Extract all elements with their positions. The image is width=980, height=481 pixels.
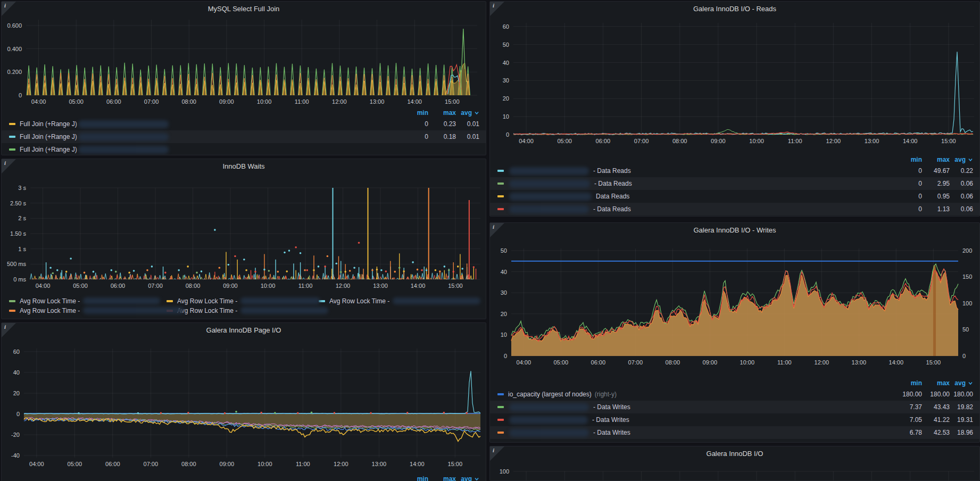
legend-value-avg: 0.01 — [456, 133, 479, 140]
legend-sort-max[interactable]: max — [922, 379, 950, 387]
legend-item: Avg Row Lock Time - — [319, 296, 486, 305]
legend-innodb-waits: Avg Row Lock Time -Avg Row Lock Time -Av… — [2, 296, 486, 315]
series-swatch[interactable] — [497, 432, 504, 434]
series-swatch[interactable] — [9, 123, 15, 125]
svg-text:07:00: 07:00 — [628, 359, 643, 366]
legend-item: Avg Row Lock Time - — [9, 296, 167, 305]
info-icon[interactable]: i — [2, 159, 16, 173]
chart-galera-innodb-io-reads[interactable]: 605040302010004:0005:0006:0007:0008:0009… — [490, 2, 979, 144]
legend-value-min: 0 — [894, 193, 922, 200]
series-swatch[interactable] — [9, 148, 15, 151]
info-icon[interactable]: i — [490, 223, 504, 237]
info-icon[interactable]: i — [490, 446, 504, 461]
info-icon[interactable]: i — [2, 323, 16, 337]
redacted-series-name — [509, 416, 588, 424]
series-swatch[interactable] — [497, 419, 504, 421]
panel-title[interactable]: Galera InnoDB I/O — [490, 446, 979, 461]
series-label[interactable]: Full Join (+Range J) — [20, 120, 77, 128]
svg-text:0: 0 — [16, 411, 20, 417]
legend-row: Data Reads00.950.06 — [490, 190, 979, 203]
legend-sort-avg[interactable]: avg — [456, 475, 479, 481]
series-swatch[interactable] — [497, 208, 504, 210]
legend-value-avg: 19.82 — [950, 403, 973, 411]
series-label[interactable]: - Data Writes — [593, 403, 630, 411]
legend-sort-avg[interactable]: avg — [950, 379, 973, 387]
legend-value-min: 0 — [401, 133, 428, 140]
series-swatch[interactable] — [497, 406, 504, 408]
legend-sort-avg[interactable]: avg — [456, 109, 479, 117]
info-icon-glyph: i — [4, 160, 6, 166]
series-label[interactable]: - Data Writes — [592, 416, 629, 424]
series-swatch[interactable] — [9, 136, 15, 138]
svg-text:2 s: 2 s — [18, 215, 26, 221]
series-label[interactable]: - Data Reads — [593, 205, 631, 213]
series-swatch[interactable] — [167, 300, 173, 302]
panel-title[interactable]: InnoDB Waits — [2, 159, 486, 174]
legend-sort-min[interactable]: min — [401, 109, 428, 117]
series-label[interactable]: Avg Row Lock Time - — [20, 297, 80, 305]
series-label[interactable]: Avg Row Lock Time - — [329, 297, 389, 305]
panel-title[interactable]: Galera InnoDB I/O - Writes — [490, 223, 979, 238]
chart-mysql-select-full-join[interactable]: 00.2000.4000.60004:0005:0006:0007:0008:0… — [2, 2, 486, 108]
svg-text:20: 20 — [503, 95, 509, 102]
svg-text:07:00: 07:00 — [144, 461, 159, 467]
panel-mysql-select-full-join: i MySQL Select Full Join 00.2000.4000.60… — [1, 1, 486, 155]
series-swatch[interactable] — [497, 393, 504, 395]
svg-text:1 s: 1 s — [18, 246, 26, 252]
legend-sort-max[interactable]: max — [428, 475, 456, 481]
redacted-series-name — [509, 429, 589, 437]
series-label[interactable]: Avg Row Lock Time - — [177, 297, 237, 305]
series-label[interactable]: Data Reads — [596, 193, 629, 200]
info-icon-glyph: i — [4, 324, 6, 330]
series-label[interactable]: - Data Writes — [593, 429, 630, 436]
svg-text:10:00: 10:00 — [258, 461, 272, 467]
svg-text:50: 50 — [962, 326, 969, 333]
panel-title[interactable]: Galera InnoDB Page I/O — [2, 323, 486, 338]
chart-innodb-waits[interactable]: 3 s2.50 s2 s1.50 s1 s500 ms0 ms04:0005:0… — [2, 159, 486, 293]
series-label[interactable]: - Data Reads — [593, 167, 631, 175]
series-label[interactable]: Full Join (+Range J) — [20, 133, 77, 140]
legend-row: - Data Writes7.0541.2219.31 — [490, 413, 979, 426]
legend-value-max: 42.53 — [922, 429, 950, 436]
svg-text:100: 100 — [962, 300, 972, 306]
panel-galera-innodb-io: i Galera InnoDB I/O 100 — [489, 446, 980, 481]
series-swatch[interactable] — [497, 170, 504, 172]
series-label[interactable]: Avg Row Lock Time - — [20, 307, 80, 314]
panel-innodb-waits: i InnoDB Waits 3 s2.50 s2 s1.50 s1 s500 … — [1, 159, 486, 319]
legend-item: Avg Row Lock Time - — [167, 296, 319, 305]
svg-text:10: 10 — [501, 331, 507, 338]
series-swatch[interactable] — [9, 300, 15, 302]
redacted-series-name — [509, 180, 590, 188]
legend-sort-max[interactable]: max — [428, 109, 456, 117]
info-icon[interactable]: i — [490, 2, 504, 16]
legend-value-avg: 19.31 — [950, 416, 973, 424]
legend-sort-min[interactable]: min — [894, 379, 922, 387]
panel-galera-innodb-page-io: i Galera InnoDB Page I/O 6040200-20-4004… — [1, 322, 486, 481]
series-swatch[interactable] — [9, 310, 15, 312]
svg-text:04:00: 04:00 — [519, 138, 534, 144]
svg-text:08:00: 08:00 — [672, 138, 687, 144]
redacted-series-name — [509, 193, 592, 201]
series-label[interactable]: Avg Row Lock Time - — [177, 307, 237, 314]
chart-galera-innodb-io-writes[interactable]: 5040302010020015010050004:0005:0006:0007… — [490, 223, 979, 368]
panel-title[interactable]: MySQL Select Full Join — [2, 2, 486, 16]
panel-title[interactable]: Galera InnoDB I/O - Reads — [490, 2, 979, 16]
info-icon[interactable]: i — [2, 2, 16, 16]
legend-sort-min[interactable]: min — [894, 156, 922, 163]
series-swatch[interactable] — [497, 195, 504, 197]
series-label[interactable]: - Data Reads — [594, 180, 632, 187]
legend-row: io_capacity (largest of nodes)(right-y)1… — [490, 388, 979, 401]
svg-text:09:00: 09:00 — [711, 138, 726, 144]
svg-text:06:00: 06:00 — [591, 359, 606, 366]
series-label[interactable]: io_capacity (largest of nodes) — [508, 391, 592, 398]
series-label[interactable]: Full Join (+Range J) — [20, 146, 77, 153]
legend-sort-max[interactable]: max — [922, 156, 950, 163]
redacted-series-name — [78, 133, 169, 141]
svg-text:07:00: 07:00 — [148, 283, 163, 289]
legend-value-min: 6.78 — [894, 429, 922, 436]
series-swatch[interactable] — [497, 183, 504, 185]
chart-galera-innodb-page-io[interactable]: 6040200-20-4004:0005:0006:0007:0008:0009… — [2, 323, 486, 471]
svg-text:3 s: 3 s — [18, 185, 26, 191]
legend-sort-min[interactable]: min — [401, 475, 428, 481]
legend-sort-avg[interactable]: avg — [950, 156, 973, 163]
